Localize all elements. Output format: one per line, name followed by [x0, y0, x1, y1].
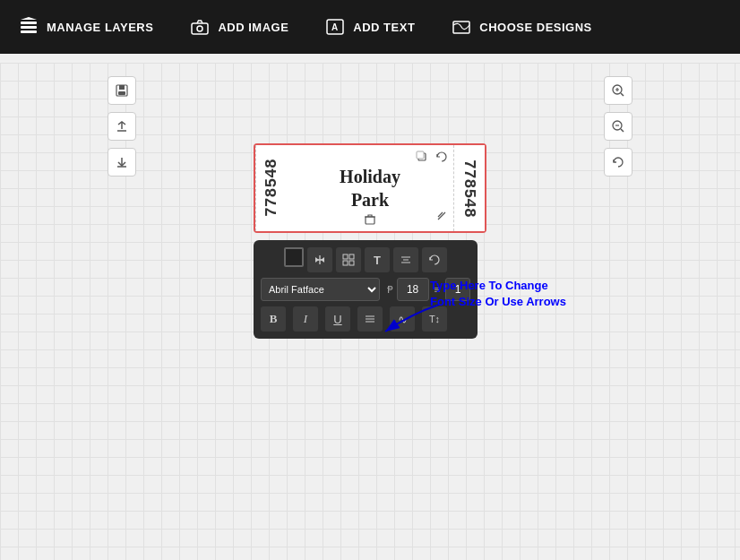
ticket-controls-top	[414, 149, 450, 165]
svg-rect-4	[192, 23, 208, 34]
text-btn[interactable]: T	[365, 247, 390, 272]
refresh-btn[interactable]	[422, 247, 447, 272]
designs-icon	[451, 16, 472, 38]
ticket-main[interactable]: Holiday Park	[287, 145, 453, 231]
canvas-area: 778548	[0, 63, 740, 560]
svg-rect-2	[21, 30, 37, 33]
svg-rect-16	[366, 217, 374, 224]
format-row-1: T	[261, 247, 470, 272]
svg-text:A: A	[331, 22, 339, 32]
svg-rect-15	[417, 151, 424, 159]
rotate-text-btn[interactable]	[434, 149, 450, 165]
ticket: 778548	[254, 143, 486, 233]
svg-rect-18	[349, 254, 354, 259]
text-icon: A	[324, 16, 346, 38]
top-navbar: MANAGE LAYERS ADD IMAGE A ADD TEXT	[0, 0, 740, 54]
right-toolbar	[604, 76, 632, 177]
ticket-controls-bottom	[362, 211, 378, 228]
left-toolbar	[108, 76, 136, 177]
align-center-btn[interactable]	[393, 247, 418, 272]
copy-btn[interactable]	[414, 149, 430, 165]
svg-rect-10	[119, 85, 125, 90]
grid-btn[interactable]	[336, 247, 361, 272]
svg-marker-3	[21, 17, 37, 20]
camera-icon	[189, 16, 211, 38]
add-text-label: ADD TEXT	[353, 21, 415, 34]
save-button[interactable]	[108, 76, 136, 105]
svg-rect-19	[343, 261, 348, 265]
manage-layers-btn[interactable]: MANAGE LAYERS	[18, 16, 153, 38]
svg-point-5	[197, 26, 202, 31]
zoom-out-button[interactable]	[604, 112, 632, 141]
svg-rect-1	[21, 26, 37, 29]
underline-button[interactable]: U	[325, 306, 350, 332]
choose-designs-btn[interactable]: CHOOSE DESIGNS	[451, 16, 591, 38]
svg-rect-17	[343, 254, 348, 259]
download-button[interactable]	[108, 148, 136, 177]
ticket-text[interactable]: Holiday Park	[340, 165, 400, 211]
svg-rect-11	[118, 91, 125, 95]
svg-rect-0	[21, 22, 37, 24]
upload-button[interactable]	[108, 112, 136, 141]
resize-handle[interactable]	[434, 208, 450, 224]
annotation-text: Type Here To Change Font Size Or Use Arr…	[430, 278, 573, 310]
choose-designs-label: CHOOSE DESIGNS	[479, 21, 591, 34]
add-image-label: ADD IMAGE	[218, 21, 288, 34]
font-icon: Ᵽ	[387, 284, 393, 296]
flip-btn[interactable]	[307, 247, 332, 272]
add-image-btn[interactable]: ADD IMAGE	[189, 16, 288, 38]
color-swatch[interactable]	[284, 247, 304, 267]
svg-rect-20	[349, 261, 354, 265]
bold-button[interactable]: B	[261, 306, 286, 332]
layers-icon	[18, 16, 39, 38]
italic-button[interactable]: I	[293, 306, 318, 332]
zoom-in-button[interactable]	[604, 76, 632, 105]
manage-layers-label: MANAGE LAYERS	[47, 21, 153, 34]
add-text-btn[interactable]: A ADD TEXT	[324, 16, 415, 38]
ticket-side-right: 778548	[453, 145, 485, 231]
ticket-side-left: 778548	[255, 145, 287, 231]
rotate-button[interactable]	[604, 148, 632, 177]
delete-btn[interactable]	[362, 211, 378, 228]
